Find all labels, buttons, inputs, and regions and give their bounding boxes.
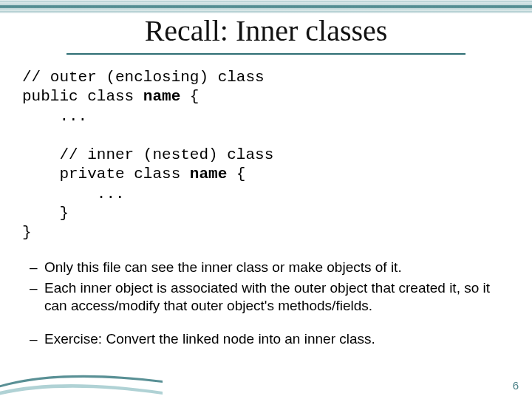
code-text: private class <box>22 166 190 183</box>
code-line: } <box>22 205 69 222</box>
code-line: // inner (nested) class <box>22 146 273 163</box>
bullet-item: – Each inner object is associated with t… <box>30 279 502 315</box>
code-text: { <box>227 166 245 183</box>
bullet-dash: – <box>30 330 44 348</box>
bullet-dash: – <box>30 279 44 315</box>
bullet-dash: – <box>30 259 44 276</box>
code-line: private class name { <box>22 166 245 183</box>
bullet-list: – Only this file can see the inner class… <box>30 259 502 351</box>
title-underline <box>66 53 466 55</box>
code-line: public class name { <box>22 88 199 105</box>
code-line: ... <box>22 108 87 125</box>
code-line: ... <box>22 185 125 202</box>
slide: Recall: Inner classes // outer (enclosin… <box>0 0 532 399</box>
code-text: { <box>180 88 199 105</box>
code-block: // outer (enclosing) class public class … <box>22 68 273 242</box>
bullet-item: – Exercise: Convert the linked node into… <box>30 330 502 348</box>
page-number: 6 <box>513 379 519 392</box>
slide-title: Recall: Inner classes <box>0 13 532 48</box>
bullet-gap <box>30 317 502 330</box>
code-name: name <box>143 88 180 105</box>
bullet-item: – Only this file can see the inner class… <box>30 259 502 276</box>
bullet-text: Only this file can see the inner class o… <box>44 259 402 276</box>
top-decor-band <box>0 0 532 13</box>
code-line: // outer (enclosing) class <box>22 69 265 86</box>
code-text: public class <box>22 88 143 105</box>
swoosh-decor <box>0 355 163 399</box>
bullet-text: Exercise: Convert the linked node into a… <box>44 330 375 348</box>
code-line: } <box>22 224 32 241</box>
code-name: name <box>190 166 227 183</box>
bullet-text: Each inner object is associated with the… <box>44 279 502 315</box>
